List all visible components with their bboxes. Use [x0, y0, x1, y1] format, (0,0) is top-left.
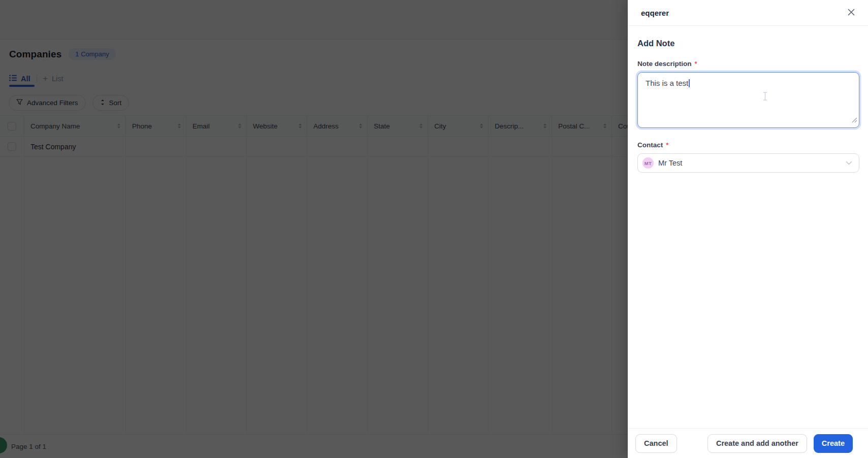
- close-drawer-button[interactable]: [847, 8, 856, 18]
- drawer-title: eqqerer: [641, 9, 669, 17]
- create-button[interactable]: Create: [814, 434, 853, 453]
- cancel-button[interactable]: Cancel: [635, 434, 677, 453]
- note-description-value: This is a test: [646, 79, 688, 87]
- close-icon: [848, 9, 855, 16]
- drawer-footer: Cancel Create and add another Create: [628, 428, 868, 458]
- text-caret: [689, 79, 690, 87]
- create-and-add-another-button[interactable]: Create and add another: [708, 434, 807, 453]
- resize-handle[interactable]: [852, 115, 857, 126]
- ibeam-cursor: [763, 92, 767, 104]
- chevron-down-icon: [846, 161, 852, 165]
- required-asterisk: *: [666, 141, 668, 149]
- app-root: Companies 1 Company All +: [0, 0, 868, 458]
- add-note-drawer: eqqerer Add Note Note description * This…: [628, 0, 868, 458]
- drawer-header: eqqerer: [628, 0, 868, 26]
- contact-selected-value: Mr Test: [658, 159, 682, 167]
- contact-label: Contact *: [637, 141, 859, 149]
- note-description-label: Note description *: [637, 60, 859, 68]
- required-asterisk: *: [695, 60, 697, 68]
- note-description-textarea[interactable]: This is a test: [637, 72, 859, 128]
- drawer-heading: Add Note: [637, 39, 859, 48]
- drawer-body: Add Note Note description * This is a te…: [628, 26, 868, 428]
- note-description-field: Note description * This is a test: [637, 60, 859, 128]
- contact-field: Contact * MT Mr Test: [637, 141, 859, 173]
- contact-avatar: MT: [642, 157, 654, 169]
- contact-select[interactable]: MT Mr Test: [637, 153, 859, 173]
